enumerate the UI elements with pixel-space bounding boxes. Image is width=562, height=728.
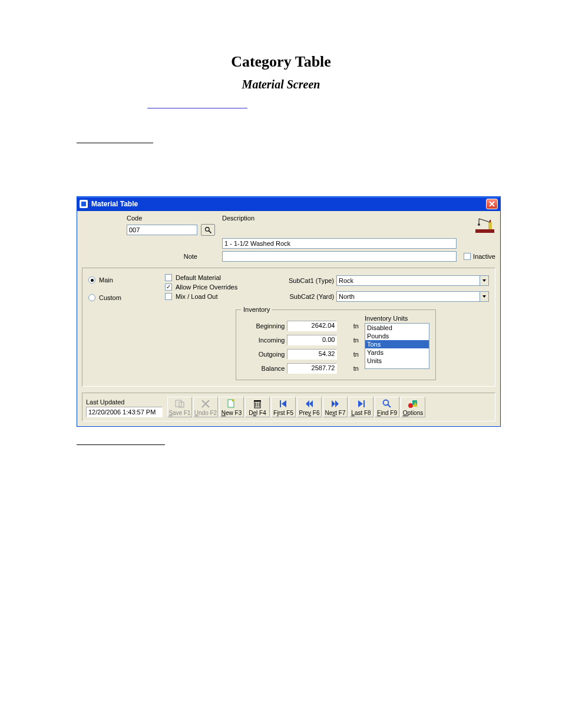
material-table-window: Material Table Code Description <box>77 196 501 427</box>
allow-price-overrides-checkbox[interactable] <box>165 284 172 291</box>
main-radio[interactable] <box>88 276 95 284</box>
options-icon <box>408 398 418 409</box>
code-label: Code <box>127 215 197 222</box>
svg-rect-16 <box>280 400 281 407</box>
svg-point-6 <box>205 227 209 231</box>
app-icon <box>80 200 88 208</box>
toolbar: Save F1 Undo F2 New F3 Del F4 First F5 <box>167 397 491 417</box>
find-label: Find F9 <box>377 410 397 416</box>
nav-first-icon <box>278 398 289 409</box>
mix-load-out-label: Mix / Load Out <box>176 293 218 300</box>
svg-line-19 <box>388 404 391 407</box>
outgoing-unit: tn <box>339 351 359 358</box>
new-button[interactable]: New F3 <box>219 397 244 417</box>
inventory-units-listbox[interactable]: DisabledPoundsTonsYardsUnits <box>365 323 429 369</box>
code-input[interactable] <box>127 225 197 235</box>
subcat2-combo[interactable] <box>336 291 489 302</box>
nav-prev-icon <box>304 398 315 409</box>
svg-rect-8 <box>176 400 181 407</box>
inventory-fieldset: Inventory Beginning 2642.04 tn Incoming … <box>236 309 436 380</box>
close-button[interactable] <box>486 199 498 209</box>
svg-rect-0 <box>475 229 494 233</box>
code-lookup-button[interactable] <box>201 224 215 236</box>
inventory-units-item[interactable]: Disabled <box>365 324 429 332</box>
first-button[interactable]: First F5 <box>271 397 296 417</box>
svg-rect-17 <box>363 400 365 407</box>
inventory-units-item[interactable]: Units <box>365 357 429 365</box>
mix-load-out-checkbox[interactable] <box>165 293 172 300</box>
last-updated-label: Last Updated <box>86 398 163 406</box>
last-label: Last F8 <box>351 410 371 416</box>
next-label: Next F7 <box>325 410 345 416</box>
default-material-checkbox[interactable] <box>165 274 172 281</box>
inactive-checkbox[interactable] <box>464 253 471 260</box>
delete-button[interactable]: Del F4 <box>245 397 270 417</box>
custom-radio[interactable] <box>88 294 95 301</box>
page-subtitle: Material Screen <box>77 78 485 91</box>
search-icon <box>382 398 392 409</box>
chevron-down-icon <box>482 294 487 299</box>
description-input[interactable] <box>222 238 457 249</box>
nav-last-icon <box>356 398 366 409</box>
svg-rect-15 <box>254 400 261 401</box>
first-label: First F5 <box>273 410 293 416</box>
beginning-label: Beginning <box>242 322 285 330</box>
window-title: Material Table <box>91 200 486 208</box>
undo-button[interactable]: Undo F2 <box>193 397 218 417</box>
undo-icon <box>200 398 211 409</box>
incoming-value[interactable]: 0.00 <box>287 335 337 345</box>
save-icon <box>174 398 185 409</box>
custom-radio-label: Custom <box>99 294 121 301</box>
main-radio-label: Main <box>99 276 113 284</box>
beginning-unit: tn <box>339 322 359 330</box>
inventory-units-item[interactable]: Pounds <box>365 332 429 340</box>
inventory-legend: Inventory <box>241 306 272 313</box>
chevron-down-icon <box>482 278 487 283</box>
prev-button[interactable]: Prev F6 <box>297 397 322 417</box>
outgoing-value[interactable]: 54.32 <box>287 349 337 360</box>
svg-rect-5 <box>490 220 491 222</box>
next-button[interactable]: Next F7 <box>323 397 348 417</box>
note-input[interactable] <box>222 251 457 262</box>
prev-label: Prev F6 <box>299 410 319 416</box>
trash-icon <box>252 398 263 409</box>
save-button[interactable]: Save F1 <box>167 397 192 417</box>
divider <box>77 444 165 445</box>
find-button[interactable]: Find F9 <box>375 397 399 417</box>
svg-rect-1 <box>488 222 492 229</box>
svg-line-2 <box>479 219 490 222</box>
options-button[interactable]: Options <box>401 397 425 417</box>
page-title: Category Table <box>77 53 485 71</box>
description-label: Description <box>222 215 257 222</box>
delete-label: Del F4 <box>249 410 266 416</box>
outgoing-label: Outgoing <box>242 351 285 358</box>
options-label: Options <box>403 410 423 416</box>
inactive-label: Inactive <box>473 253 495 260</box>
subcat1-dropdown-button[interactable] <box>480 275 489 286</box>
subcat1-input[interactable] <box>336 275 480 286</box>
svg-line-7 <box>209 230 211 233</box>
balance-value[interactable]: 2587.72 <box>287 363 337 374</box>
search-icon <box>204 226 212 234</box>
beginning-value[interactable]: 2642.04 <box>287 321 337 331</box>
subcat2-dropdown-button[interactable] <box>480 291 489 302</box>
save-label: Save F1 <box>168 410 190 416</box>
new-label: New F3 <box>222 410 242 416</box>
subcat1-combo[interactable] <box>336 275 489 286</box>
subcat1-label: SubCat1 (Type) <box>289 277 334 284</box>
svg-point-20 <box>408 403 413 408</box>
incoming-label: Incoming <box>242 337 285 344</box>
last-button[interactable]: Last F8 <box>349 397 373 417</box>
subcat2-label: SubCat2 (Yard) <box>289 293 334 300</box>
subcat2-input[interactable] <box>336 291 480 302</box>
incoming-unit: tn <box>339 337 359 344</box>
divider <box>147 108 247 108</box>
last-updated-value <box>86 407 163 417</box>
inventory-units-item[interactable]: Tons <box>365 340 429 348</box>
titlebar: Material Table <box>77 197 500 211</box>
nav-next-icon <box>330 398 340 409</box>
inventory-units-item[interactable]: Yards <box>365 348 429 357</box>
crane-icon <box>475 218 494 233</box>
undo-label: Undo F2 <box>194 410 217 416</box>
balance-unit: tn <box>339 365 359 372</box>
